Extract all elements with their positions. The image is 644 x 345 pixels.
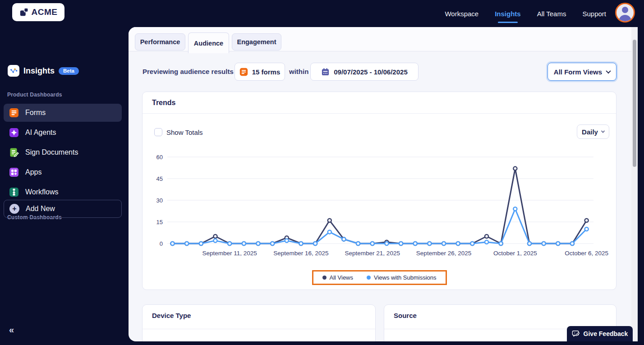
sidebar-item-forms[interactable]: Forms	[4, 104, 122, 122]
plus-icon: +	[9, 204, 19, 214]
beta-badge: Beta	[59, 67, 79, 75]
divider	[143, 329, 375, 329]
feedback-icon	[572, 330, 580, 338]
svg-text:October 1, 2025: October 1, 2025	[493, 250, 537, 257]
show-totals-checkbox[interactable]	[154, 128, 162, 136]
interval-label: Daily	[582, 128, 598, 136]
scrollbar-thumb[interactable]	[633, 40, 636, 167]
sidebar-app-header[interactable]: Insights Beta	[8, 65, 79, 77]
active-nav-underline	[498, 22, 518, 23]
acme-logo-icon	[19, 7, 29, 17]
sidebar-item-sign-documents[interactable]: Sign Documents	[4, 143, 122, 161]
svg-text:30: 30	[156, 197, 163, 204]
svg-text:October 6, 2025: October 6, 2025	[565, 250, 608, 257]
brand-name: ACME	[32, 7, 58, 17]
svg-text:September 11, 2025: September 11, 2025	[202, 250, 257, 257]
sidebar-item-workflows[interactable]: Workflows	[4, 183, 122, 201]
legend-item-views-with-submissions: Views with Submissions	[367, 274, 436, 281]
nav-link-all-teams[interactable]: All Teams	[537, 10, 566, 18]
source-title: Source	[394, 312, 417, 319]
device-type-title: Device Type	[152, 312, 191, 319]
ai-agents-icon	[9, 128, 19, 138]
app-root: ACME Workspace Insights All Teams Suppor…	[0, 0, 644, 345]
section-label-product-dashboards: Product Dashboards	[7, 92, 62, 98]
nav-link-support[interactable]: Support	[582, 10, 606, 18]
person-icon	[616, 4, 634, 21]
legend-label: Views with Submissions	[374, 274, 436, 281]
trends-title: Trends	[152, 99, 175, 107]
filter-row: Previewing audience results of 15 forms …	[129, 63, 638, 81]
forms-filter-button[interactable]: 15 forms	[235, 63, 285, 81]
nav-link-workspace[interactable]: Workspace	[445, 10, 478, 18]
tab-audience[interactable]: Audience	[188, 32, 229, 53]
date-range-label: 09/07/2025 - 10/06/2025	[334, 68, 407, 76]
svg-text:September 21, 2025: September 21, 2025	[345, 250, 400, 257]
sidebar-item-label: Sign Documents	[25, 148, 78, 156]
user-avatar[interactable]	[615, 3, 635, 23]
sidebar-item-ai-agents[interactable]: AI Agents	[4, 124, 122, 142]
divider	[143, 113, 616, 114]
svg-text:September 16, 2025: September 16, 2025	[273, 250, 328, 257]
interval-dropdown[interactable]: Daily	[577, 124, 609, 139]
tab-performance[interactable]: Performance	[135, 33, 185, 51]
chevron-down-icon	[601, 129, 605, 133]
preview-text: Previewing audience results of	[143, 68, 242, 75]
top-nav: ACME Workspace Insights All Teams Suppor…	[0, 0, 644, 27]
legend-highlight-box: All Views Views with Submissions	[312, 270, 447, 285]
give-feedback-label: Give Feedback	[584, 330, 628, 337]
svg-text:0: 0	[160, 240, 163, 247]
forms-count-label: 15 forms	[252, 68, 281, 76]
sidebar-app-title: Insights	[23, 66, 55, 76]
give-feedback-button[interactable]: Give Feedback	[567, 326, 633, 341]
forms-icon	[239, 68, 248, 76]
forms-icon	[9, 108, 19, 118]
sidebar-item-label: Forms	[25, 109, 46, 117]
show-totals-label[interactable]: Show Totals	[166, 129, 203, 136]
nav-links: Workspace Insights All Teams Support	[445, 0, 606, 27]
all-views-dot-icon	[322, 276, 327, 280]
add-new-label: Add New	[26, 205, 55, 213]
sidebar-item-label: AI Agents	[25, 129, 56, 137]
chevron-down-icon	[606, 69, 611, 74]
date-range-button[interactable]: 09/07/2025 - 10/06/2025	[310, 63, 419, 81]
collapse-sidebar-button[interactable]: «	[9, 325, 14, 335]
workflows-icon	[9, 187, 19, 197]
acme-logo[interactable]: ACME	[12, 3, 64, 21]
svg-text:15: 15	[156, 219, 163, 225]
svg-text:September 26, 2025: September 26, 2025	[416, 250, 471, 257]
svg-text:60: 60	[156, 154, 163, 161]
views-with-submissions-dot-icon	[367, 276, 371, 280]
sidebar-item-label: Workflows	[25, 188, 59, 196]
trends-card: Trends Show Totals Daily 015304560Septem…	[142, 92, 616, 290]
insights-icon	[8, 65, 19, 77]
main-content: Performance Audience Engagement Previewi…	[129, 27, 638, 341]
tab-engagement[interactable]: Engagement	[232, 33, 281, 51]
legend-label: All Views	[330, 274, 354, 281]
device-type-card: Device Type	[142, 304, 376, 341]
nav-link-insights[interactable]: Insights	[495, 10, 521, 18]
legend-item-all-views: All Views	[322, 274, 354, 281]
sidebar-item-apps[interactable]: Apps	[4, 163, 122, 181]
sign-documents-icon	[9, 147, 19, 157]
svg-text:45: 45	[156, 175, 163, 182]
calendar-icon	[321, 68, 330, 76]
sidebar-item-label: Apps	[25, 168, 41, 176]
view-scope-label: All Form Views	[554, 68, 602, 76]
apps-icon	[9, 167, 19, 177]
within-label: within	[289, 68, 308, 75]
sidebar: Insights Beta Product Dashboards Product…	[0, 27, 129, 345]
view-scope-dropdown[interactable]: All Form Views	[547, 63, 616, 81]
add-new-button[interactable]: + Add New	[4, 200, 122, 218]
scrollbar-track[interactable]	[631, 27, 638, 341]
trend-line-chart: 015304560September 11, 2025September 16,…	[149, 152, 609, 269]
